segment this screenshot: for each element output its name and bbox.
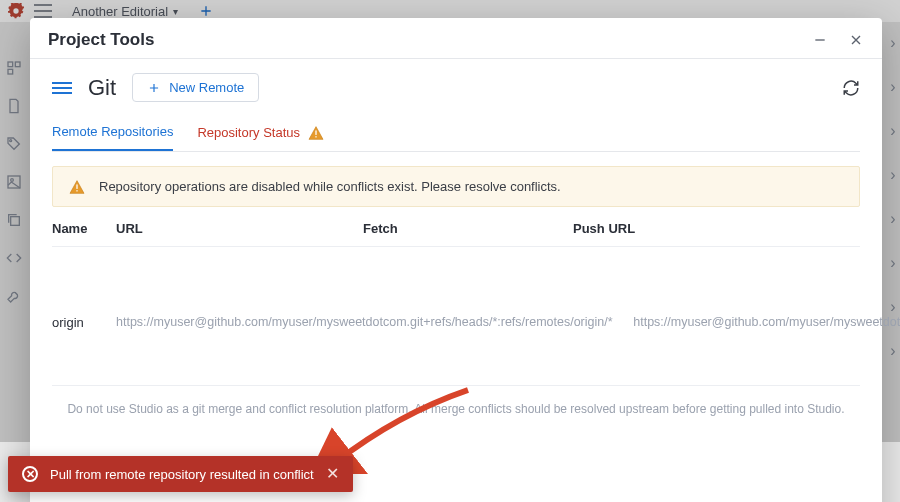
remote-fetch: +refs/heads/*:refs/remotes/origin/* — [423, 315, 633, 329]
svg-rect-10 — [76, 190, 77, 191]
toast-close-icon[interactable]: ✕ — [326, 466, 339, 482]
tab-repository-status[interactable]: Repository Status — [197, 116, 324, 151]
svg-rect-7 — [315, 130, 316, 134]
minimize-icon[interactable] — [812, 32, 828, 48]
remotes-table: Name URL Fetch Push URL origin https://m… — [52, 217, 860, 386]
alert-text: Repository operations are disabled while… — [99, 179, 561, 194]
tab-strip: Remote Repositories Repository Status — [52, 116, 860, 152]
col-push-url: Push URL — [573, 221, 820, 236]
remote-name: origin — [52, 315, 116, 330]
svg-rect-9 — [76, 184, 77, 188]
warning-icon — [308, 126, 324, 140]
modal-header: Project Tools — [30, 18, 882, 59]
col-fetch: Fetch — [363, 221, 573, 236]
col-url: URL — [116, 221, 363, 236]
error-icon: ✕ — [22, 466, 38, 482]
remote-push-url: https://myuser@github.com/myuser/mysweet… — [633, 315, 900, 329]
refresh-icon[interactable] — [842, 79, 860, 97]
close-icon[interactable] — [848, 32, 864, 48]
remote-url: https://myuser@github.com/myuser/mysweet… — [116, 315, 423, 329]
new-remote-button[interactable]: New Remote — [132, 73, 259, 102]
svg-rect-8 — [315, 136, 316, 137]
conflict-alert: Repository operations are disabled while… — [52, 166, 860, 207]
section-title: Git — [88, 75, 116, 101]
tab-remote-repositories[interactable]: Remote Repositories — [52, 116, 173, 151]
table-header: Name URL Fetch Push URL — [52, 217, 860, 247]
warning-icon — [69, 180, 85, 194]
toast-message: Pull from remote repository resulted in … — [50, 467, 314, 482]
modal-title: Project Tools — [48, 30, 154, 50]
section-menu-icon[interactable] — [52, 82, 72, 94]
new-remote-label: New Remote — [169, 80, 244, 95]
error-toast: ✕ Pull from remote repository resulted i… — [8, 456, 353, 492]
git-header-row: Git New Remote — [52, 69, 860, 116]
plus-icon — [147, 81, 161, 95]
project-tools-modal: Project Tools Git New Remote Rem — [30, 18, 882, 502]
col-name: Name — [52, 221, 116, 236]
table-row: origin https://myuser@github.com/myuser/… — [52, 247, 860, 386]
